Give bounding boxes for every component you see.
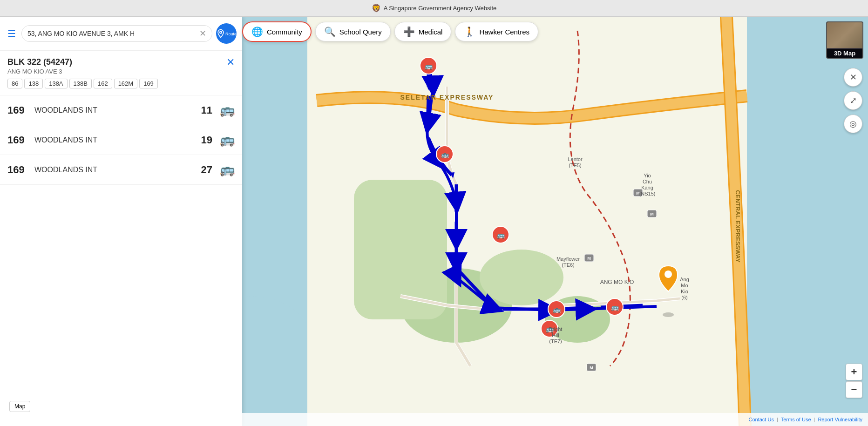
community-button[interactable]: 🌐 Community [242,21,312,42]
medical-icon: ➕ [403,26,415,37]
arrival-dest-1: WOODLANDS INT [34,136,197,144]
share-button[interactable]: ⤢ [844,91,862,110]
map-3d-label: 3D Map [827,49,862,58]
svg-text:(TE7): (TE7) [549,338,562,344]
search-bar: ☰ ✕ Route [0,17,242,51]
svg-text:Bright: Bright [549,326,563,332]
school-query-label: School Query [339,28,382,36]
bus-number-138B[interactable]: 138B [69,79,92,88]
arrival-row-0[interactable]: 169 WOODLANDS INT 11 🚌 [0,95,242,125]
svg-text:M: M [587,256,591,261]
search-input[interactable] [27,30,196,37]
school-query-icon: 🔍 [324,26,336,37]
svg-point-30 [665,270,672,278]
svg-text:Hill: Hill [552,332,559,338]
main-container: 🚌 🚌 🚌 🚌 🚌 🚌 [0,17,868,426]
svg-text:🚌: 🚌 [611,304,619,311]
terms-link[interactable]: Terms of Use [781,417,811,422]
svg-text:M: M [650,212,654,216]
bus-stop-street: ANG MO KIO AVE 3 [7,68,72,75]
arrival-route-2: 169 [7,164,31,176]
lion-icon: 🦁 [372,4,381,13]
map-footer: Contact Us | Terms of Use | Report Vulne… [242,413,868,426]
arrival-dest-2: WOODLANDS INT [34,166,197,174]
svg-text:Chu: Chu [643,179,652,184]
arrivals-list: 169 WOODLANDS INT 11 🚌 169 WOODLANDS INT… [0,95,242,426]
target-button[interactable]: ◎ [844,115,862,133]
contact-link[interactable]: Contact Us [748,417,773,422]
nav-bar: 🌐 Community 🔍 School Query ➕ Medical 🚶 H… [242,21,863,42]
svg-text:Kang: Kang [641,185,653,190]
svg-text:M: M [590,365,593,370]
route-button[interactable]: Route [216,23,237,44]
svg-text:🚌: 🚌 [497,231,505,239]
svg-text:ANG MO KIO: ANG MO KIO [600,279,634,285]
menu-button[interactable]: ☰ [6,26,18,41]
map-controls: ✕ ⤢ ◎ [844,68,862,133]
arrival-row-2[interactable]: 169 WOODLANDS INT 27 🚌 [0,155,242,185]
government-label: A Singapore Government Agency Website [384,5,497,12]
svg-point-5 [480,250,563,305]
svg-text:(TE6): (TE6) [562,262,575,268]
svg-text:Mayflower: Mayflower [556,256,580,262]
zoom-in-button[interactable]: + [846,364,862,380]
bus-card: BLK 322 (54247) ANG MO KIO AVE 3 ✕ 86138… [0,51,242,95]
bus-number-138A[interactable]: 138A [45,79,67,88]
clear-button[interactable]: ✕ [199,28,206,39]
bus-numbers: 86138138A138B162162M169 [7,79,235,88]
bus-card-close[interactable]: ✕ [226,56,235,68]
arrival-row-1[interactable]: 169 WOODLANDS INT 19 🚌 [0,125,242,155]
bus-icon-1: 🚌 [220,133,235,147]
zoom-out-button[interactable]: − [846,381,862,398]
bus-stop-name: BLK 322 (54247) [7,57,72,67]
medical-label: Medical [419,28,443,36]
arrival-time-2: 27 [201,164,212,176]
medical-button[interactable]: ➕ Medical [394,22,452,41]
arrival-dest-0: WOODLANDS INT [34,106,197,115]
search-container: ✕ [21,25,212,42]
bus-icon-2: 🚌 [220,162,235,177]
top-bar: 🦁 A Singapore Government Agency Website [0,0,868,17]
svg-text:Mo: Mo [681,283,688,288]
svg-text:CENTRAL EXPRESSWAY: CENTRAL EXPRESSWAY [734,190,741,263]
bus-number-162[interactable]: 162 [94,79,112,88]
svg-text:(6): (6) [681,295,687,300]
arrival-time-0: 11 [201,104,212,116]
bus-number-86[interactable]: 86 [7,79,22,88]
svg-text:SELETAR EXPRESSWAY: SELETAR EXPRESSWAY [400,94,494,101]
bus-number-169[interactable]: 169 [139,79,158,88]
hawker-label: Hawker Centres [479,28,529,36]
hawker-centres-button[interactable]: 🚶 Hawker Centres [455,22,538,41]
svg-text:🚌: 🚌 [553,306,561,314]
svg-text:Lentor: Lentor [568,156,583,162]
community-icon: 🌐 [251,26,263,37]
report-link[interactable]: Report Vulnerability [818,417,862,422]
svg-text:🚌: 🚌 [425,62,433,70]
bus-number-162M[interactable]: 162M [114,79,138,88]
svg-text:Kio: Kio [681,289,688,294]
school-query-button[interactable]: 🔍 School Query [315,22,391,41]
svg-text:(TE5): (TE5) [569,162,582,168]
zoom-controls: + − [846,364,862,398]
svg-text:🚌: 🚌 [441,151,449,159]
svg-text:Yio: Yio [644,173,651,178]
svg-rect-7 [354,180,447,319]
crosshair-button[interactable]: ✕ [844,68,862,87]
svg-text:Ang: Ang [680,277,689,282]
community-label: Community [267,28,302,36]
sidebar-panel: ☰ ✕ Route BLK 322 (54247) ANG MO KIO AVE… [0,17,242,426]
map-tab[interactable]: Map [9,401,30,412]
arrival-time-1: 19 [201,134,212,146]
map-3d-button[interactable]: 3D Map [826,21,863,59]
svg-point-57 [220,31,222,33]
bus-icon-0: 🚌 [220,103,235,117]
hawker-icon: 🚶 [464,26,475,37]
arrival-route-1: 169 [7,134,31,146]
route-label: Route [225,32,237,36]
svg-point-29 [663,312,674,317]
arrival-route-0: 169 [7,104,31,116]
svg-text:(NS15): (NS15) [639,191,656,196]
bus-number-138[interactable]: 138 [24,79,43,88]
